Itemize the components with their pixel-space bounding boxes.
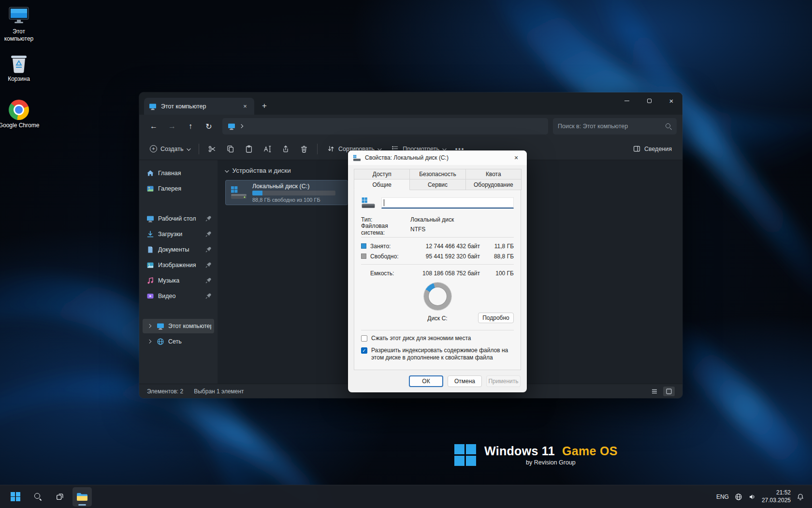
copy-button[interactable] <box>222 141 239 157</box>
globe-icon[interactable] <box>735 493 742 501</box>
tab-sharing[interactable]: Доступ <box>354 169 410 179</box>
bell-icon[interactable] <box>797 493 804 501</box>
taskbar-explorer-button[interactable] <box>72 487 92 507</box>
pin-icon <box>205 231 211 237</box>
desktop-icon-chrome[interactable]: Google Chrome <box>0 100 40 129</box>
search-box[interactable] <box>553 118 677 134</box>
sidebar-item-pictures[interactable]: Изображения <box>143 258 214 272</box>
sidebar-item-videos[interactable]: Видео <box>143 289 214 303</box>
desktop-icon-this-pc[interactable]: Этот компьютер <box>0 6 40 43</box>
music-icon <box>146 277 154 284</box>
start-button[interactable] <box>6 487 25 507</box>
task-view-button[interactable] <box>50 487 70 507</box>
dialog-close-button[interactable]: × <box>506 150 527 165</box>
apply-button[interactable]: Применить <box>486 375 521 387</box>
dialog-buttons: ОК Отмена Применить <box>348 370 527 392</box>
gallery-icon <box>146 185 154 193</box>
tab-security[interactable]: Безопасность <box>409 169 465 179</box>
back-button[interactable]: ← <box>145 118 162 134</box>
ok-button[interactable]: ОК <box>409 375 443 387</box>
tab-general[interactable]: Общие <box>354 179 410 190</box>
text-caret <box>384 199 384 206</box>
search-icon <box>665 123 672 130</box>
watermark-subtitle: by Revision Group <box>526 459 618 466</box>
dialog-title-bar: Свойства: Локальный диск (C:) × <box>348 150 527 165</box>
volume-icon[interactable] <box>748 493 756 501</box>
delete-button[interactable] <box>295 141 313 157</box>
maximize-button[interactable] <box>638 92 660 109</box>
details-view-button[interactable] <box>649 387 660 396</box>
tab-strip: Этот компьютер × + × <box>139 92 682 115</box>
capacity-size: 100 ГБ <box>480 270 514 277</box>
filesystem-value: NTFS <box>410 226 425 233</box>
cut-button[interactable] <box>203 141 221 157</box>
donut-caption: Диск C: <box>427 315 447 322</box>
minimize-button[interactable] <box>616 92 638 109</box>
sidebar-item-downloads[interactable]: Загрузки <box>143 227 214 241</box>
used-space-swatch <box>361 243 366 249</box>
chevron-down-icon <box>187 147 190 150</box>
sidebar-item-label: Главная <box>158 170 211 177</box>
sidebar-item-documents[interactable]: Документы <box>143 242 214 257</box>
task-view-icon <box>56 493 64 501</box>
sidebar-item-label: Видео <box>158 293 202 299</box>
system-tray: ENG 21:52 27.03.2025 <box>716 489 806 504</box>
drive-item-local-disk-c[interactable]: Локальный диск (C:) 88,8 ГБ свободно из … <box>225 180 348 205</box>
tab-this-pc[interactable]: Этот компьютер × <box>144 98 254 115</box>
desktop-icon-recycle-bin[interactable]: Корзина <box>0 52 40 83</box>
separator <box>361 237 514 238</box>
share-button[interactable] <box>277 141 294 157</box>
sidebar-item-label: Рабочий стол <box>158 215 202 222</box>
tab-hardware[interactable]: Оборудование <box>465 179 522 190</box>
chevron-right-icon <box>146 325 153 328</box>
search-input[interactable] <box>558 123 665 130</box>
pictures-icon <box>146 261 154 269</box>
volume-label-input[interactable] <box>381 197 514 209</box>
sidebar-item-network[interactable]: Сеть <box>143 334 214 349</box>
sidebar-item-music[interactable]: Музыка <box>143 273 214 288</box>
sidebar-item-desktop[interactable]: Рабочий стол <box>143 211 214 226</box>
index-checkbox[interactable] <box>361 347 367 354</box>
new-tab-button[interactable]: + <box>257 99 272 113</box>
refresh-button[interactable]: ↻ <box>200 118 218 134</box>
desktop-icon-label: Google Chrome <box>0 122 40 129</box>
desktop-icon-label: Корзина <box>0 75 40 83</box>
home-icon <box>146 169 154 177</box>
donut-hole <box>429 287 447 305</box>
paste-button[interactable] <box>240 141 258 157</box>
language-indicator[interactable]: ENG <box>716 493 729 500</box>
thumbnail-view-button[interactable] <box>663 387 675 396</box>
new-button[interactable]: + Создать <box>145 141 194 157</box>
clock[interactable]: 21:52 27.03.2025 <box>762 489 791 504</box>
address-bar[interactable] <box>222 118 548 134</box>
tab-close-icon[interactable]: × <box>241 102 249 111</box>
rename-button[interactable] <box>259 141 276 157</box>
sidebar-item-home[interactable]: Главная <box>143 166 214 180</box>
up-button[interactable]: ↑ <box>182 118 199 134</box>
compress-checkbox[interactable] <box>361 335 367 342</box>
details-button[interactable]: Подробно <box>478 313 514 323</box>
type-value: Локальный диск <box>410 216 454 223</box>
compress-checkbox-label: Сжать этот диск для экономии места <box>371 335 471 343</box>
tray-time: 21:52 <box>762 489 791 497</box>
separator <box>361 264 514 265</box>
computer-icon <box>228 122 235 130</box>
list-view-icon <box>651 388 658 395</box>
cancel-button[interactable]: Отмена <box>448 375 482 387</box>
tab-quota[interactable]: Квота <box>465 169 522 179</box>
taskbar-search-button[interactable] <box>28 487 47 507</box>
close-button[interactable]: × <box>660 92 682 109</box>
forward-button[interactable]: → <box>163 118 181 134</box>
hard-drive-icon <box>353 154 361 162</box>
sidebar-item-gallery[interactable]: Галерея <box>143 181 214 196</box>
tab-tools[interactable]: Сервис <box>409 179 465 190</box>
index-checkbox-label: Разрешить индексировать содержимое файло… <box>371 347 514 362</box>
sidebar-item-this-pc[interactable]: Этот компьютер <box>143 319 214 333</box>
capacity-label: Емкость: <box>370 270 411 277</box>
network-icon <box>157 338 164 345</box>
sort-icon <box>327 145 335 153</box>
computer-icon <box>149 103 157 110</box>
sidebar-item-label: Музыка <box>158 277 202 284</box>
filesystem-label: Файловая система: <box>361 223 410 236</box>
details-pane-button[interactable]: Сведения <box>628 141 677 157</box>
